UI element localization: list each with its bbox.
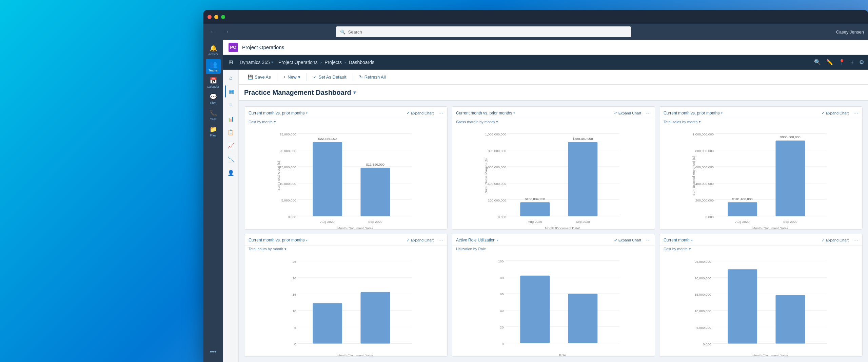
new-label: New	[288, 74, 296, 80]
chart-2-header: Current month vs. prior months ▾ ⤢ Expan…	[452, 107, 655, 118]
chart-2-body: 1,000,000,000 800,000,000 600,000,000 40…	[452, 125, 655, 230]
waffle-icon[interactable]: ⊞	[227, 58, 234, 67]
svg-rect-73	[360, 292, 390, 343]
set-default-button[interactable]: ✓ Set As Default	[310, 73, 350, 81]
sec-sidebar-data2[interactable]: 📉	[225, 153, 237, 165]
sec-sidebar-home[interactable]: ⌂	[225, 72, 237, 84]
content-area: 🔔 Activity 👥 Teams 📅 Calendar 💬 Chat 📞 C…	[203, 40, 868, 362]
refresh-all-button[interactable]: ↻ Refresh All	[356, 73, 389, 81]
svg-text:Month (Document Date): Month (Document Date)	[752, 353, 788, 357]
maximize-btn[interactable]	[221, 15, 225, 19]
d365-filter-icon[interactable]: ⚙	[859, 59, 864, 65]
svg-text:$11,520,000: $11,520,000	[366, 163, 385, 166]
sidebar-item-teams[interactable]: 👥 Teams	[206, 59, 221, 74]
chart-3-chevron-icon: ▾	[721, 111, 723, 115]
svg-text:10: 10	[293, 309, 296, 313]
chart-1-title: Current month vs. prior months ▾	[249, 111, 308, 115]
page-title-chevron-icon[interactable]: ▾	[353, 90, 356, 95]
svg-text:600,000,000: 600,000,000	[488, 165, 507, 169]
search-bar: 🔍	[336, 26, 631, 37]
minimize-btn[interactable]	[214, 15, 218, 19]
chart-5-expand-button[interactable]: ⤢ Expand Chart	[612, 237, 643, 243]
chart-3-svg: 1,000,000,000 800,000,000 600,000,000 40…	[664, 128, 858, 230]
d365-edit-icon[interactable]: ✏️	[826, 59, 833, 65]
close-btn[interactable]	[208, 15, 212, 19]
svg-text:25,000,000: 25,000,000	[280, 132, 296, 136]
svg-text:$900,000,000: $900,000,000	[780, 135, 801, 139]
sidebar-item-more[interactable]: •••	[206, 344, 221, 359]
breadcrumb-dashboards[interactable]: Dashboards	[349, 60, 375, 65]
svg-text:Sum (Gross Margin) ($): Sum (Gross Margin) ($)	[484, 158, 488, 193]
chart-6-title: Current month ▾	[664, 238, 693, 242]
chart-6-expand-button[interactable]: ⤢ Expand Chart	[820, 237, 851, 243]
sidebar-item-calls[interactable]: 📞 Calls	[206, 108, 221, 123]
set-default-label: Set As Default	[318, 74, 346, 80]
chart-5-svg: 100 80 60 40 20 0	[456, 255, 651, 357]
chart-5-more-button[interactable]: ⋯	[646, 237, 651, 243]
d365-add-icon[interactable]: +	[851, 59, 854, 65]
chart-2-title: Current month vs. prior months ▾	[456, 111, 515, 115]
chart-2-title-text: Current month vs. prior months	[456, 111, 512, 115]
chart-2-more-button[interactable]: ⋯	[646, 110, 651, 116]
chart-card-1: Current month vs. prior months ▾ ⤢ Expan…	[244, 106, 448, 230]
sidebar-item-chat[interactable]: 💬 Chat	[206, 91, 221, 106]
svg-text:Sep 2020: Sep 2020	[368, 220, 382, 223]
svg-text:10,000,000: 10,000,000	[695, 309, 711, 313]
d365-app-selector[interactable]: Dynamics 365 ▾	[240, 60, 273, 65]
chart-3-subtitle-text: Total sales by month	[664, 120, 697, 124]
search-input[interactable]	[348, 29, 627, 35]
sec-sidebar-list[interactable]: ≡	[225, 99, 237, 111]
files-icon: 📁	[210, 126, 217, 133]
breadcrumb-projects[interactable]: Projects	[324, 60, 342, 65]
chart-1-more-button[interactable]: ⋯	[438, 110, 443, 116]
save-as-button[interactable]: 💾 Save As	[244, 73, 274, 81]
toolbar-sep-3	[353, 73, 353, 81]
chart-2-expand-button[interactable]: ⤢ Expand Chart	[612, 110, 643, 116]
user-name: Casey Jensen	[836, 29, 864, 35]
proj-ops-bar: PO Project Operations	[223, 40, 868, 55]
sec-sidebar-data1[interactable]: 📈	[225, 140, 237, 152]
svg-rect-88	[568, 294, 597, 343]
teams-label: Teams	[209, 69, 218, 72]
chart-4-expand-button[interactable]: ⤢ Expand Chart	[405, 237, 436, 243]
svg-text:0.000: 0.000	[703, 342, 711, 346]
sec-sidebar-chart[interactable]: 📊	[225, 112, 237, 125]
chart-4-subtitle-text: Total hours by month	[249, 247, 283, 251]
chart-1-expand-button[interactable]: ⤢ Expand Chart	[405, 110, 436, 116]
svg-text:40: 40	[500, 309, 504, 313]
d365-search-icon[interactable]: 🔍	[814, 59, 821, 65]
chart-5-title-text: Active Role Utilization	[456, 238, 495, 242]
calls-icon: 📞	[210, 109, 217, 117]
new-button[interactable]: + New ▾	[280, 73, 304, 81]
svg-text:1,000,000,000: 1,000,000,000	[485, 132, 507, 136]
svg-text:Month (Document Date): Month (Document Date)	[337, 226, 373, 230]
main-window: ← → 🔍 Casey Jensen 🔔 Activity 👥 Teams 📅 …	[203, 10, 868, 362]
svg-rect-103	[775, 295, 805, 343]
breadcrumb-project-ops[interactable]: Project Operations	[278, 60, 318, 65]
chart-3-expand-button[interactable]: ⤢ Expand Chart	[820, 110, 851, 116]
chart-4-more-button[interactable]: ⋯	[438, 237, 443, 243]
main-with-sidebar: ⌂ ▦ ≡ 📊 📋 📈 📉 👤 💾 Save As	[223, 70, 868, 362]
d365-pin-icon[interactable]: 📍	[839, 59, 845, 65]
breadcrumb-sep-2: ›	[344, 60, 346, 65]
chart-2-subtitle-text: Gross margin by month	[456, 120, 495, 124]
refresh-icon: ↻	[359, 74, 363, 80]
chart-5-subtitle-text: Utilization by Role	[456, 247, 486, 251]
sec-sidebar-dashboard[interactable]: ▦	[225, 85, 237, 98]
svg-text:15,000,000: 15,000,000	[280, 165, 296, 169]
chart-3-title: Current month vs. prior months ▾	[664, 111, 723, 115]
chart-6-more-button[interactable]: ⋯	[853, 237, 858, 243]
toolbar: 💾 Save As + New ▾ ✓ Set As Default	[239, 70, 868, 85]
nav-forward-button[interactable]: →	[221, 28, 232, 36]
sidebar-item-calendar[interactable]: 📅 Calendar	[206, 75, 221, 90]
svg-text:80: 80	[500, 276, 504, 279]
sec-sidebar-report[interactable]: 📋	[225, 126, 237, 138]
sec-sidebar-users[interactable]: 👤	[225, 167, 237, 179]
sidebar-item-activity[interactable]: 🔔 Activity	[206, 43, 221, 58]
svg-text:0: 0	[502, 342, 504, 346]
svg-text:20,000,000: 20,000,000	[695, 276, 711, 280]
sidebar-item-files[interactable]: 📁 Files	[206, 124, 221, 139]
chart-1-svg: 25,000,000 20,000,000 15,000,000 10,000,…	[249, 128, 443, 230]
nav-back-button[interactable]: ←	[208, 28, 218, 36]
chart-3-more-button[interactable]: ⋯	[853, 110, 858, 116]
